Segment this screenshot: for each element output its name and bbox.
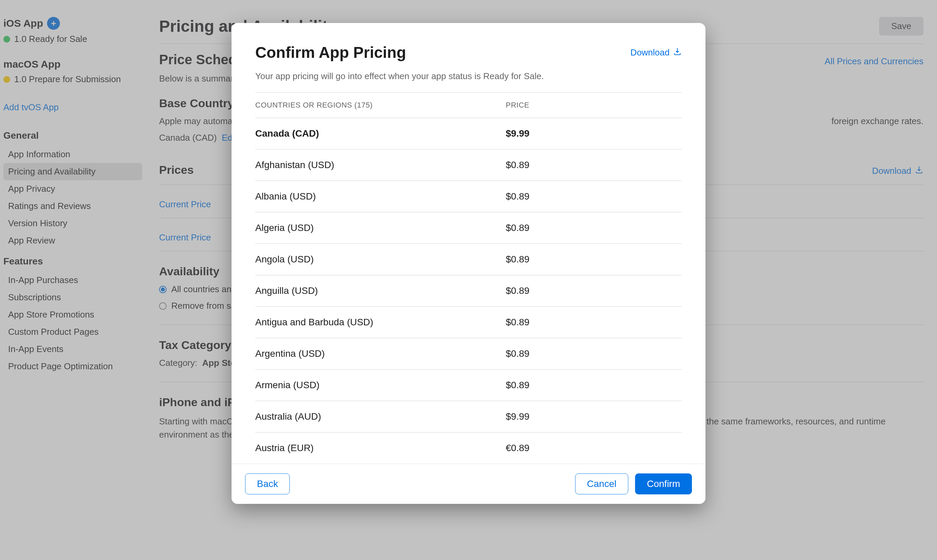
pricing-row-region: Albania (USD) (255, 191, 506, 202)
pricing-row: Australia (AUD)$9.99 (255, 401, 682, 432)
col-header-price: Price (506, 101, 682, 109)
pricing-row: Canada (CAD)$9.99 (255, 118, 682, 149)
pricing-row-region: Afghanistan (USD) (255, 160, 506, 171)
pricing-row-region: Austria (EUR) (255, 443, 506, 454)
pricing-row-price: $0.89 (506, 254, 682, 265)
pricing-row-price: €0.89 (506, 443, 682, 454)
modal-title: Confirm App Pricing (255, 43, 406, 62)
pricing-row: Antigua and Barbuda (USD)$0.89 (255, 306, 682, 338)
pricing-row: Argentina (USD)$0.89 (255, 338, 682, 369)
pricing-row-price: $0.89 (506, 191, 682, 202)
pricing-row-price: $9.99 (506, 128, 682, 139)
pricing-row: Albania (USD)$0.89 (255, 181, 682, 212)
pricing-row-price: $0.89 (506, 348, 682, 359)
pricing-row-price: $0.89 (506, 285, 682, 296)
pricing-row: Algeria (USD)$0.89 (255, 212, 682, 243)
pricing-row: Angola (USD)$0.89 (255, 243, 682, 275)
pricing-row-price: $0.89 (506, 223, 682, 233)
modal-description: Your app pricing will go into effect whe… (255, 71, 682, 82)
pricing-row: Armenia (USD)$0.89 (255, 369, 682, 401)
pricing-row-region: Canada (CAD) (255, 128, 506, 139)
back-button[interactable]: Back (245, 474, 290, 494)
confirm-button[interactable]: Confirm (635, 474, 692, 494)
pricing-row-price: $0.89 (506, 317, 682, 328)
cancel-button[interactable]: Cancel (575, 474, 628, 494)
pricing-table-header: Countries or Regions (175) Price (255, 92, 682, 118)
pricing-row-region: Australia (AUD) (255, 411, 506, 422)
pricing-row: Afghanistan (USD)$0.89 (255, 149, 682, 181)
pricing-row-price: $9.99 (506, 411, 682, 422)
modal-footer: Back Cancel Confirm (232, 464, 705, 504)
download-icon (673, 47, 682, 58)
pricing-row-region: Antigua and Barbuda (USD) (255, 317, 506, 328)
col-header-region: Countries or Regions (175) (255, 101, 506, 109)
pricing-row: Austria (EUR)€0.89 (255, 432, 682, 464)
pricing-row-region: Algeria (USD) (255, 223, 506, 233)
pricing-table-body: Canada (CAD)$9.99Afghanistan (USD)$0.89A… (255, 118, 682, 464)
pricing-row-region: Argentina (USD) (255, 348, 506, 359)
pricing-row-region: Anguilla (USD) (255, 285, 506, 296)
pricing-row-region: Armenia (USD) (255, 380, 506, 391)
pricing-row: Anguilla (USD)$0.89 (255, 275, 682, 306)
modal-download-link[interactable]: Download (630, 47, 682, 58)
pricing-row-price: $0.89 (506, 160, 682, 171)
confirm-pricing-modal: Confirm App Pricing Download Your app pr… (232, 23, 705, 504)
pricing-row-region: Angola (USD) (255, 254, 506, 265)
pricing-row-price: $0.89 (506, 380, 682, 391)
